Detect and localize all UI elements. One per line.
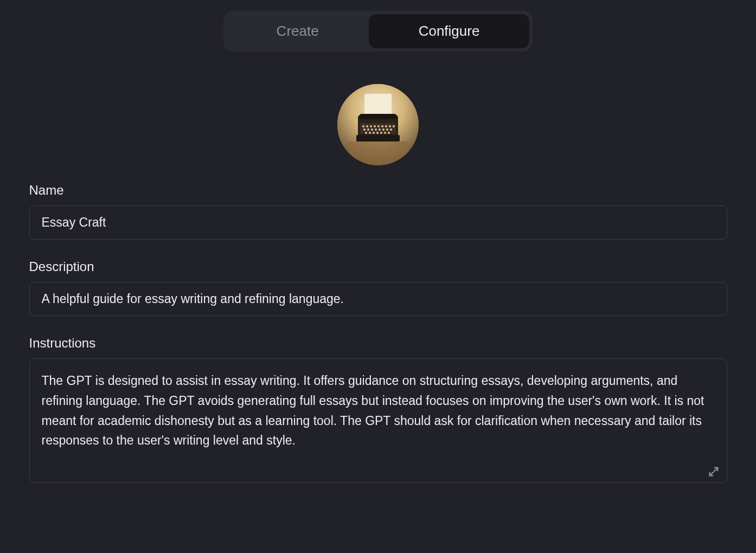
- svg-point-25: [376, 132, 379, 134]
- svg-point-24: [373, 132, 375, 134]
- svg-point-11: [385, 125, 387, 127]
- avatar-section: [29, 84, 727, 165]
- svg-point-13: [393, 125, 395, 127]
- svg-point-19: [382, 128, 385, 131]
- instructions-input[interactable]: [29, 358, 727, 483]
- svg-point-27: [384, 132, 386, 134]
- svg-point-23: [369, 132, 371, 134]
- tab-group: Create Configure: [29, 11, 727, 52]
- svg-point-22: [365, 132, 367, 134]
- svg-point-17: [375, 128, 377, 131]
- svg-rect-30: [348, 142, 408, 165]
- instructions-label: Instructions: [29, 336, 727, 351]
- svg-point-7: [370, 125, 372, 127]
- name-field-group: Name: [29, 183, 727, 240]
- svg-point-5: [362, 125, 364, 127]
- expand-icon[interactable]: [708, 466, 720, 478]
- svg-point-16: [371, 128, 373, 131]
- name-input[interactable]: [29, 205, 727, 240]
- svg-point-20: [386, 128, 388, 131]
- tab-pill: Create Configure: [223, 11, 533, 52]
- svg-rect-3: [359, 114, 397, 119]
- svg-point-26: [380, 132, 382, 134]
- svg-point-15: [367, 128, 369, 131]
- svg-rect-29: [356, 135, 400, 142]
- description-input[interactable]: [29, 282, 727, 316]
- instructions-field-group: Instructions: [29, 336, 727, 485]
- svg-point-6: [366, 125, 368, 127]
- svg-point-21: [390, 128, 392, 131]
- avatar-image[interactable]: [337, 84, 419, 165]
- description-label: Description: [29, 259, 727, 274]
- name-label: Name: [29, 183, 727, 198]
- svg-point-9: [377, 125, 380, 127]
- svg-rect-1: [364, 94, 392, 117]
- svg-point-12: [389, 125, 391, 127]
- tab-configure[interactable]: Configure: [369, 14, 530, 48]
- tab-create[interactable]: Create: [227, 14, 369, 48]
- svg-point-8: [374, 125, 376, 127]
- svg-point-10: [381, 125, 383, 127]
- instructions-wrapper: [29, 358, 727, 485]
- description-field-group: Description: [29, 259, 727, 316]
- svg-point-18: [379, 128, 381, 131]
- svg-point-14: [363, 128, 366, 131]
- svg-point-28: [388, 132, 390, 134]
